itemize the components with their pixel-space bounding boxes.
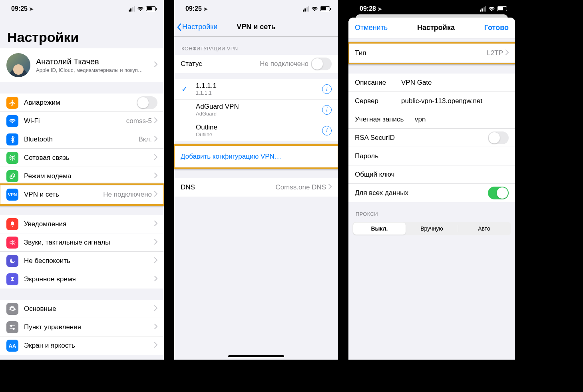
cell-signal-icon — [129, 6, 135, 12]
vpn-type-row[interactable]: Тип L2TP — [348, 44, 515, 62]
vpn-config-1111[interactable]: ✓ 1.1.1.1 1.1.1.1 i — [174, 79, 338, 99]
dns-row[interactable]: DNS Comss.one DNS — [174, 178, 338, 197]
back-button[interactable]: Настройки — [177, 18, 217, 36]
status-time: 09:28➤ — [360, 5, 382, 12]
link-icon — [6, 170, 18, 182]
svg-point-0 — [10, 325, 12, 326]
phone-settings-root: 09:25➤ Настройки Анатолий Ткачев Apple I… — [0, 0, 164, 360]
location-icon: ➤ — [378, 6, 382, 12]
battery-icon — [146, 6, 156, 11]
info-icon[interactable]: i — [322, 84, 332, 94]
chevron-right-icon — [154, 173, 157, 180]
display-row[interactable]: AA Экран и яркость — [0, 336, 164, 355]
antenna-icon — [6, 152, 18, 164]
phone-vpn-add-modal: 09:28➤ Отменить Настройка Готово Тип L2T… — [348, 0, 515, 360]
account-field[interactable]: Учетная запись vpn — [348, 110, 515, 129]
chevron-right-icon — [154, 276, 157, 283]
wifi-icon — [137, 6, 144, 12]
dnd-row[interactable]: Не беспокоить — [0, 252, 164, 270]
vpn-row[interactable]: VPN VPN и сеть Не подключено — [0, 185, 164, 204]
check-icon: ✓ — [181, 84, 188, 94]
proxy-seg-manual[interactable]: Вручную — [406, 223, 458, 235]
done-button[interactable]: Готово — [484, 24, 509, 32]
nav-title: VPN и сеть — [237, 23, 276, 31]
proxy-section-header: ПРОКСИ — [348, 202, 515, 220]
status-bar: 09:25➤ — [0, 0, 164, 18]
status-time: 09:25➤ — [11, 5, 34, 12]
airplane-row[interactable]: Авиарежим — [0, 94, 164, 112]
sounds-row[interactable]: Звуки, тактильные сигналы — [0, 233, 164, 252]
wifi-row[interactable]: Wi-Fi comss-5 — [0, 112, 164, 130]
phone-vpn-list: 09:25➤ Настройки VPN и сеть КОНФИГУРАЦИИ… — [174, 0, 338, 360]
speaker-icon — [6, 237, 18, 249]
rsa-securid-row[interactable]: RSA SecurID — [348, 129, 515, 147]
battery-icon — [497, 6, 507, 11]
bell-icon — [6, 218, 18, 230]
location-icon: ➤ — [203, 6, 208, 12]
chevron-right-icon — [154, 257, 157, 265]
hotspot-row[interactable]: Режим модема — [0, 167, 164, 185]
proxy-seg-auto[interactable]: Авто — [458, 223, 510, 235]
airplane-switch[interactable] — [137, 96, 157, 109]
cancel-button[interactable]: Отменить — [355, 24, 388, 32]
vpn-status-switch[interactable] — [311, 58, 332, 70]
svg-point-1 — [13, 328, 14, 329]
proxy-seg-off[interactable]: Выкл. — [353, 223, 406, 235]
hourglass-icon — [6, 273, 18, 285]
cellular-row[interactable]: Сотовая связь — [0, 149, 164, 167]
chevron-right-icon — [154, 221, 157, 228]
chevron-right-icon — [154, 117, 157, 125]
avatar — [6, 53, 30, 77]
wifi-icon — [488, 6, 495, 12]
secret-field[interactable]: Общий ключ — [348, 165, 515, 184]
modal-title: Настройка — [417, 24, 455, 32]
chevron-right-icon — [154, 305, 157, 312]
status-time: 09:25➤ — [185, 5, 208, 12]
chevron-right-icon — [154, 342, 157, 349]
wifi-icon — [311, 6, 318, 12]
chevron-right-icon — [154, 239, 157, 246]
vpn-type-group: Тип L2TP — [348, 44, 515, 62]
info-icon[interactable]: i — [322, 126, 332, 135]
rsa-switch[interactable] — [488, 131, 509, 144]
general-row[interactable]: Основные — [0, 300, 164, 318]
server-field[interactable]: Сервер public-vpn-113.opengw.net — [348, 92, 515, 110]
chevron-right-icon — [328, 184, 332, 191]
all-traffic-switch[interactable] — [488, 187, 509, 199]
send-all-traffic-row[interactable]: Для всех данных — [348, 184, 515, 202]
description-field[interactable]: Описание VPN Gate — [348, 74, 515, 92]
sliders-icon — [6, 321, 18, 333]
bluetooth-icon — [6, 133, 18, 145]
info-icon[interactable]: i — [322, 105, 332, 115]
gear-icon — [6, 303, 18, 315]
notifications-row[interactable]: Уведомления — [0, 215, 164, 233]
password-field[interactable]: Пароль — [348, 147, 515, 165]
moon-icon — [6, 255, 18, 267]
section-header: КОНФИГУРАЦИИ VPN — [174, 37, 338, 55]
wifi-row-icon — [6, 115, 18, 127]
status-bar: 09:25➤ — [174, 0, 338, 18]
airplane-icon — [6, 97, 18, 109]
vpn-config-outline[interactable]: Outline Outline i — [174, 120, 338, 141]
chevron-right-icon — [154, 154, 157, 161]
chevron-right-icon — [154, 62, 157, 69]
chevron-right-icon — [505, 50, 509, 57]
vpn-icon: VPN — [6, 189, 18, 201]
proxy-segmented-control[interactable]: Выкл. Вручную Авто — [352, 222, 511, 235]
home-indicator[interactable] — [228, 355, 284, 357]
profile-subtitle: Apple ID, iCloud, медиаматериалы и покуп… — [36, 67, 154, 73]
cell-signal-icon — [480, 6, 487, 12]
navbar: Настройки VPN и сеть — [174, 18, 338, 37]
cell-signal-icon — [303, 6, 310, 12]
add-vpn-config-button[interactable]: Добавить конфигурацию VPN… — [174, 146, 338, 167]
chevron-right-icon — [154, 324, 157, 331]
apple-id-row[interactable]: Анатолий Ткачев Apple ID, iCloud, медиам… — [0, 48, 164, 82]
bluetooth-row[interactable]: Bluetooth Вкл. — [0, 130, 164, 149]
control-center-row[interactable]: Пункт управления — [0, 318, 164, 336]
vpn-status-row: Статус Не подключено — [174, 55, 338, 73]
screentime-row[interactable]: Экранное время — [0, 270, 164, 289]
vpn-config-adguard[interactable]: AdGuard VPN AdGuard i — [174, 99, 338, 120]
chevron-right-icon — [154, 191, 157, 198]
modal-header: Отменить Настройка Готово — [348, 18, 515, 38]
page-title: Настройки — [0, 18, 164, 48]
